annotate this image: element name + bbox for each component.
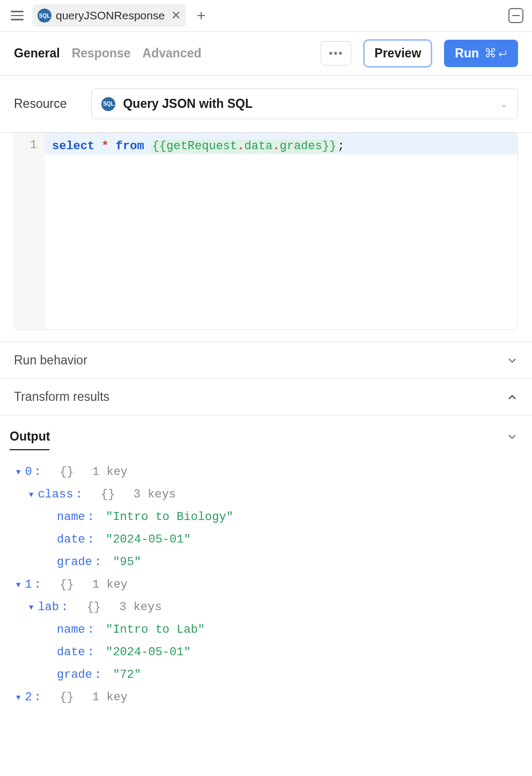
resource-select[interactable]: SQL Query JSON with SQL ⌄: [91, 89, 518, 119]
resource-label: Resource: [14, 97, 66, 111]
tab-advanced[interactable]: Advanced: [143, 46, 202, 61]
sql-badge-icon: SQL: [101, 97, 115, 111]
sql-editor[interactable]: 1 select * from {{getRequest.data.grades…: [14, 133, 518, 330]
caret-down-icon[interactable]: ▼: [16, 686, 20, 709]
run-button[interactable]: Run ⌘: [444, 40, 518, 67]
output-label: Output: [10, 429, 50, 444]
json-node[interactable]: ▼ 1: {} 1 key: [16, 574, 518, 596]
run-label: Run: [455, 46, 479, 61]
json-node[interactable]: ▼ class: {} 3 keys: [16, 484, 518, 506]
section-output[interactable]: Output: [0, 415, 532, 449]
section-label: Run behavior: [14, 353, 87, 368]
json-leaf: date: "2024-05-01": [16, 641, 518, 664]
subheader: General Response Advanced ••• Preview Ru…: [0, 32, 532, 76]
sql-badge-icon: SQL: [38, 9, 51, 23]
section-run-behavior[interactable]: Run behavior: [0, 342, 532, 378]
caret-down-icon[interactable]: ▼: [16, 461, 20, 484]
caret-down-icon[interactable]: ▼: [29, 484, 33, 506]
collapse-panel-icon[interactable]: [508, 8, 523, 23]
editor-container: 1 select * from {{getRequest.data.grades…: [0, 133, 532, 342]
editor-content[interactable]: select * from {{getRequest.data.grades}}…: [45, 133, 518, 330]
editor-gutter: 1: [14, 133, 45, 330]
json-leaf: date: "2024-05-01": [16, 529, 518, 551]
code-line: select * from {{getRequest.data.grades}}…: [52, 138, 510, 155]
more-actions-button[interactable]: •••: [321, 41, 351, 65]
json-leaf: name: "Intro to Biology": [16, 506, 518, 529]
topbar: SQL queryJSONResponse ✕ +: [0, 0, 532, 32]
preview-button[interactable]: Preview: [363, 39, 432, 68]
chevron-down-icon: ⌄: [500, 98, 508, 110]
chevron-down-icon: [506, 431, 518, 443]
query-tab[interactable]: SQL queryJSONResponse ✕: [32, 4, 186, 27]
menu-icon[interactable]: [9, 9, 26, 23]
tab-title: queryJSONResponse: [56, 9, 165, 22]
section-transform-results[interactable]: Transform results: [0, 378, 532, 415]
json-node[interactable]: ▼ 2: {} 1 key: [16, 686, 518, 709]
enter-key-icon: [498, 49, 507, 58]
line-number: 1: [14, 138, 37, 152]
chevron-down-icon: [506, 355, 518, 367]
add-tab-button[interactable]: +: [193, 7, 210, 24]
json-node[interactable]: ▼ lab: {} 3 keys: [16, 596, 518, 619]
section-label: Transform results: [14, 390, 109, 404]
json-node[interactable]: ▼ 0: {} 1 key: [16, 461, 518, 484]
output-tab-underline: [10, 449, 49, 450]
tab-response[interactable]: Response: [72, 46, 131, 61]
tab-general[interactable]: General: [14, 46, 60, 61]
close-tab-icon[interactable]: ✕: [169, 9, 181, 23]
caret-down-icon[interactable]: ▼: [16, 574, 20, 596]
json-leaf: grade: "72": [16, 664, 518, 686]
json-leaf: grade: "95": [16, 551, 518, 574]
caret-down-icon[interactable]: ▼: [29, 596, 33, 619]
run-shortcut: ⌘: [484, 46, 507, 61]
resource-row: Resource SQL Query JSON with SQL ⌄: [0, 76, 532, 133]
json-output-viewer: ▼ 0: {} 1 key ▼ class: {} 3 keys name: "…: [0, 458, 532, 720]
json-leaf: name: "Intro to Lab": [16, 619, 518, 641]
resource-selected-value: Query JSON with SQL: [123, 97, 253, 111]
subtabs: General Response Advanced: [14, 46, 202, 61]
chevron-up-icon: [506, 391, 518, 403]
